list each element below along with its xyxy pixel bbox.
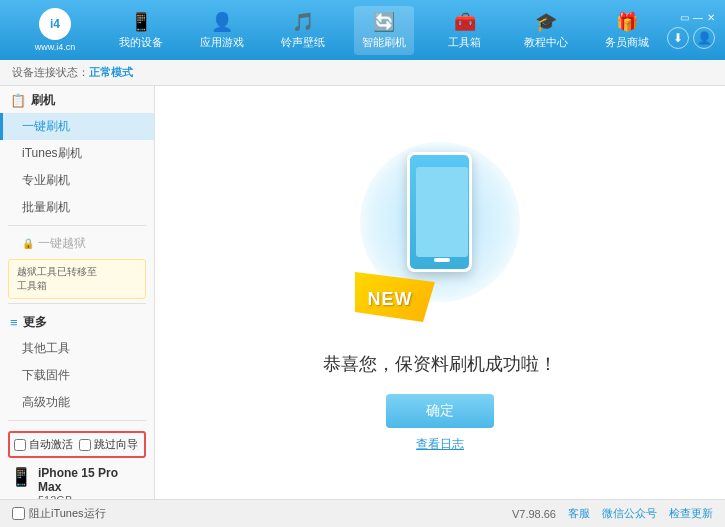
auto-guide-checkbox[interactable]: 跳过向导 xyxy=(79,437,138,452)
breadcrumb-status: 正常模式 xyxy=(89,65,133,80)
download-icon[interactable]: ⬇ xyxy=(667,27,689,49)
flash-section-header: 📋 刷机 xyxy=(0,86,154,113)
bottom-link-kf[interactable]: 客服 xyxy=(568,506,590,521)
sidebar-divider-1 xyxy=(8,225,146,226)
phone-home-button xyxy=(434,258,450,262)
version-label: V7.98.66 xyxy=(512,508,556,520)
bottom-bar: 阻止iTunes运行 V7.98.66 客服 微信公众号 检查更新 xyxy=(0,499,725,527)
nav-apps-games-label: 应用游戏 xyxy=(200,35,244,50)
itunes-check-label[interactable]: 阻止iTunes运行 xyxy=(12,506,106,521)
nav-toolbox-label: 工具箱 xyxy=(448,35,481,50)
nav-service-label: 务员商城 xyxy=(605,35,649,50)
nav-smart-flash[interactable]: 🔄 智能刷机 xyxy=(354,6,414,55)
nav-service[interactable]: 🎁 务员商城 xyxy=(597,6,657,55)
device-info: 📱 iPhone 15 Pro Max 512GB iPhone xyxy=(8,464,146,499)
main-nav: 📱 我的设备 👤 应用游戏 🎵 铃声壁纸 🔄 智能刷机 🧰 工具箱 🎓 教程中心… xyxy=(100,6,667,55)
sidebar-divider-3 xyxy=(8,420,146,421)
device-storage: 512GB xyxy=(38,494,144,499)
device-details: iPhone 15 Pro Max 512GB iPhone xyxy=(38,466,144,499)
sidebar-item-download-fw[interactable]: 下载固件 xyxy=(0,362,154,389)
star-tl-icon: ✦ xyxy=(380,147,392,163)
device-name: iPhone 15 Pro Max xyxy=(38,466,144,494)
nav-my-device-label: 我的设备 xyxy=(119,35,163,50)
nav-ringtones-label: 铃声壁纸 xyxy=(281,35,325,50)
tutorial-icon: 🎓 xyxy=(535,11,557,33)
toolbox-icon: 🧰 xyxy=(454,11,476,33)
sidebar-item-one-key-flash[interactable]: 一键刷机 xyxy=(0,113,154,140)
nav-toolbox[interactable]: 🧰 工具箱 xyxy=(435,6,495,55)
my-device-icon: 📱 xyxy=(130,11,152,33)
ringtones-icon: 🎵 xyxy=(292,11,314,33)
nav-ringtones[interactable]: 🎵 铃声壁纸 xyxy=(273,6,333,55)
phone-body xyxy=(407,152,472,272)
new-badge-text: NEW xyxy=(368,289,413,310)
success-message: 恭喜您，保资料刷机成功啦！ xyxy=(323,352,557,376)
top-bar: i4 www.i4.cn 📱 我的设备 👤 应用游戏 🎵 铃声壁纸 🔄 智能刷机… xyxy=(0,0,725,60)
bottom-links: 客服 微信公众号 检查更新 xyxy=(568,506,713,521)
nav-smart-flash-label: 智能刷机 xyxy=(362,35,406,50)
logo-subtitle: www.i4.cn xyxy=(35,42,76,52)
nav-apps-games[interactable]: 👤 应用游戏 xyxy=(192,6,252,55)
sidebar-item-other-tools[interactable]: 其他工具 xyxy=(0,335,154,362)
breadcrumb-prefix: 设备连接状态： xyxy=(12,65,89,80)
device-phone-icon: 📱 xyxy=(10,466,32,488)
nav-my-device[interactable]: 📱 我的设备 xyxy=(111,6,171,55)
auto-options-group: 自动激活 跳过向导 xyxy=(8,431,146,458)
phone-illustration: ✦ ✦ NEW xyxy=(360,132,520,332)
more-section-header: ≡ 更多 xyxy=(0,308,154,335)
main-layout: 📋 刷机 一键刷机 iTunes刷机 专业刷机 批量刷机 🔒 一键越狱 越狱工具… xyxy=(0,86,725,499)
flash-section-label: 刷机 xyxy=(31,92,55,109)
logo-icon: i4 xyxy=(39,8,71,40)
sidebar-jailbreak-note: 越狱工具已转移至 工具箱 xyxy=(8,259,146,299)
device-section: 自动激活 跳过向导 📱 iPhone 15 Pro Max 512GB iPho… xyxy=(0,425,154,499)
apps-games-icon: 👤 xyxy=(211,11,233,33)
service-icon: 🎁 xyxy=(616,11,638,33)
lock-icon: 🔒 xyxy=(22,238,34,249)
user-icon[interactable]: 👤 xyxy=(693,27,715,49)
phone-screen xyxy=(416,167,468,257)
sidebar-item-advanced[interactable]: 高级功能 xyxy=(0,389,154,416)
flash-section-icon: 📋 xyxy=(10,93,26,108)
confirm-button[interactable]: 确定 xyxy=(386,394,494,428)
itunes-check-checkbox[interactable] xyxy=(12,507,25,520)
bottom-link-wechat[interactable]: 微信公众号 xyxy=(602,506,657,521)
sidebar-item-batch-flash[interactable]: 批量刷机 xyxy=(0,194,154,221)
nav-tutorial[interactable]: 🎓 教程中心 xyxy=(516,6,576,55)
sidebar-item-itunes-flash[interactable]: iTunes刷机 xyxy=(0,140,154,167)
auto-activate-checkbox[interactable]: 自动激活 xyxy=(14,437,73,452)
breadcrumb: 设备连接状态： 正常模式 xyxy=(0,60,725,86)
sidebar: 📋 刷机 一键刷机 iTunes刷机 专业刷机 批量刷机 🔒 一键越狱 越狱工具… xyxy=(0,86,155,499)
sidebar-item-jailbreak-disabled: 🔒 一键越狱 xyxy=(0,230,154,257)
bottom-link-update[interactable]: 检查更新 xyxy=(669,506,713,521)
content-area: ✦ ✦ NEW 恭喜您，保资料刷机成功啦！ 确定 查看日志 xyxy=(155,86,725,499)
sidebar-item-pro-flash[interactable]: 专业刷机 xyxy=(0,167,154,194)
more-section-label: 更多 xyxy=(23,314,47,331)
sidebar-divider-2 xyxy=(8,303,146,304)
star-tr-icon: ✦ xyxy=(488,152,500,168)
more-section-icon: ≡ xyxy=(10,315,18,330)
nav-tutorial-label: 教程中心 xyxy=(524,35,568,50)
logo-area: i4 www.i4.cn xyxy=(10,8,100,52)
smart-flash-icon: 🔄 xyxy=(373,11,395,33)
view-log-link[interactable]: 查看日志 xyxy=(416,436,464,453)
